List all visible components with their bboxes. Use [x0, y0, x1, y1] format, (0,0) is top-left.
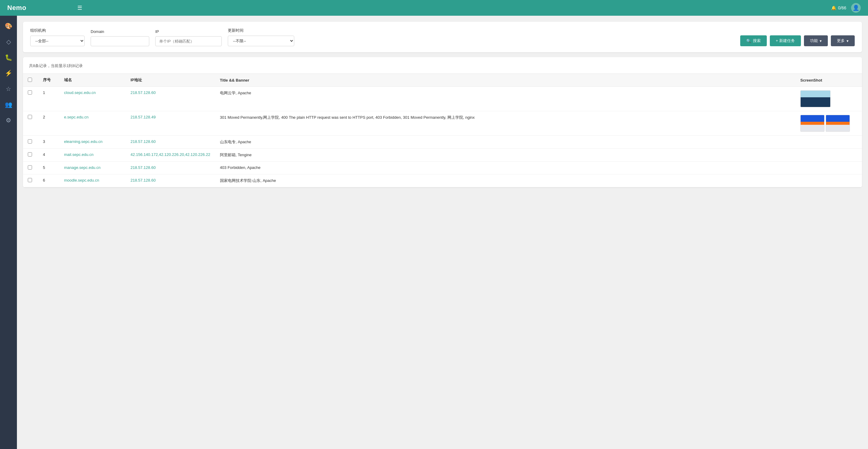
notification-bell[interactable]: 🔔 0/66: [831, 5, 846, 10]
header-ip: IP地址: [126, 74, 215, 87]
domain-link[interactable]: elearning.sepc.edu.cn: [64, 139, 102, 144]
users-icon: 👥: [5, 101, 12, 108]
org-label: 组织机构: [30, 28, 85, 33]
row-num: 4: [38, 149, 59, 162]
new-task-label: + 新建任务: [776, 38, 795, 43]
chevron-down-icon-2: ▾: [846, 39, 849, 43]
bug-icon: 🐛: [5, 54, 12, 61]
sidebar-item-users[interactable]: 👥: [2, 98, 15, 111]
filter-row: 组织机构 --全部-- Domain edu IP 更新时间 --不限: [30, 28, 855, 46]
title-banner: 阿里邮箱, Tengine: [215, 149, 796, 162]
table-row: 5manage.sepc.edu.cn218.57.128.60403 Forb…: [23, 162, 862, 174]
sidebar-item-settings[interactable]: ⚙: [2, 114, 15, 127]
bell-icon: 🔔: [831, 5, 836, 10]
search-icon: 🔍: [746, 39, 751, 43]
title-banner: 电网云学, Apache: [215, 87, 796, 111]
sidebar-item-vulns[interactable]: 🐛: [2, 51, 15, 64]
more-button[interactable]: 更多 ▾: [831, 35, 855, 46]
select-all-checkbox[interactable]: [28, 78, 32, 82]
table-row: 2e.sepc.edu.cn218.57.128.49301 Moved Per…: [23, 111, 862, 136]
row-num: 2: [38, 111, 59, 136]
func-button[interactable]: 功能 ▾: [804, 35, 828, 46]
title-banner: 山东电专, Apache: [215, 136, 796, 149]
row-checkbox[interactable]: [28, 178, 32, 182]
screenshot-cell: [796, 111, 862, 136]
user-avatar[interactable]: 👤: [851, 3, 861, 13]
table-head: 序号 域名 IP地址 Title && Banner ScreenShot: [23, 74, 862, 87]
title-banner: 403 Forbidden, Apache: [215, 162, 796, 174]
sidebar: 🎨 ◇ 🐛 ⚡ ☆ 👥 ⚙: [0, 16, 17, 449]
dashboard-icon: 🎨: [5, 22, 12, 30]
time-label: 更新时间: [228, 28, 294, 33]
table-row: 6moodle.sepc.edu.cn218.57.128.60国家电网技术学院…: [23, 174, 862, 187]
table-header-row: 序号 域名 IP地址 Title && Banner ScreenShot: [23, 74, 862, 87]
filter-actions: 🔍 搜索 + 新建任务 功能 ▾ 更多 ▾: [740, 35, 855, 46]
ip-input[interactable]: [155, 36, 222, 46]
row-checkbox[interactable]: [28, 115, 32, 119]
table-summary: 共8条记录，当前显示1到8记录: [23, 63, 862, 73]
row-checkbox[interactable]: [28, 152, 32, 156]
header: Nemo ☰ 🔔 0/66 👤: [0, 0, 868, 16]
screenshot-cell: [796, 149, 862, 162]
org-field: 组织机构 --全部--: [30, 28, 85, 46]
row-checkbox[interactable]: [28, 139, 32, 144]
domain-link[interactable]: manage.sepc.edu.cn: [64, 165, 101, 170]
domain-link[interactable]: mail.sepc.edu.cn: [64, 152, 94, 157]
sidebar-item-tasks[interactable]: ⚡: [2, 66, 15, 80]
search-label: 搜索: [753, 38, 761, 43]
ip-label: IP: [155, 29, 222, 34]
ip-link[interactable]: 218.57.128.49: [130, 115, 156, 119]
header-title: Title && Banner: [215, 74, 796, 87]
domain-input[interactable]: edu: [91, 36, 149, 46]
ip-link[interactable]: 218.57.128.60: [130, 178, 156, 182]
brand-logo: Nemo: [0, 4, 71, 12]
more-label: 更多: [837, 38, 845, 43]
sidebar-item-assets[interactable]: ◇: [2, 35, 15, 48]
table-row: 3elearning.sepc.edu.cn218.57.128.60山东电专,…: [23, 136, 862, 149]
sidebar-item-dashboard[interactable]: 🎨: [2, 19, 15, 33]
lightning-icon: ⚡: [5, 69, 12, 77]
row-num: 3: [38, 136, 59, 149]
ip-link[interactable]: 42.156.140.172,42.120.226.20,42.120.226.…: [130, 152, 210, 157]
diamond-icon: ◇: [6, 38, 11, 45]
org-select[interactable]: --全部--: [30, 36, 85, 46]
search-button[interactable]: 🔍 搜索: [740, 35, 767, 46]
domain-link[interactable]: e.sepc.edu.cn: [64, 115, 89, 119]
table-body: 1cloud.sepc.edu.cn218.57.128.60电网云学, Apa…: [23, 87, 862, 187]
row-checkbox[interactable]: [28, 90, 32, 95]
screenshot-thumb-2[interactable]: [826, 115, 850, 132]
ip-link[interactable]: 218.57.128.60: [130, 165, 156, 170]
table-row: 4mail.sepc.edu.cn42.156.140.172,42.120.2…: [23, 149, 862, 162]
screenshot-thumb-1[interactable]: [800, 115, 825, 132]
header-screenshot: ScreenShot: [796, 74, 862, 87]
menu-icon[interactable]: ☰: [71, 4, 88, 11]
header-num: 序号: [38, 74, 59, 87]
sidebar-item-favorites[interactable]: ☆: [2, 82, 15, 95]
ip-link[interactable]: 218.57.128.60: [130, 90, 156, 95]
chevron-down-icon: ▾: [820, 39, 822, 43]
ip-field: IP: [155, 29, 222, 46]
new-task-button[interactable]: + 新建任务: [770, 35, 801, 46]
screenshot-cell: [796, 162, 862, 174]
ip-link[interactable]: 218.57.128.60: [130, 139, 156, 144]
bell-count: 0/66: [838, 5, 846, 10]
star-icon: ☆: [6, 85, 11, 92]
domain-link[interactable]: moodle.sepc.edu.cn: [64, 178, 99, 182]
screenshot-cell: [796, 87, 862, 111]
time-select[interactable]: --不限--: [228, 36, 294, 46]
screenshot-thumb[interactable]: [800, 90, 831, 107]
main-layout: 🎨 ◇ 🐛 ⚡ ☆ 👥 ⚙ 组织机构 --全部--: [0, 16, 868, 449]
title-banner: 301 Moved Permanently,网上学院, 400 The plai…: [215, 111, 796, 136]
settings-icon: ⚙: [6, 117, 11, 124]
time-field: 更新时间 --不限--: [228, 28, 294, 46]
screenshot-cell: [796, 174, 862, 187]
domain-link[interactable]: cloud.sepc.edu.cn: [64, 90, 96, 95]
row-num: 5: [38, 162, 59, 174]
table-panel: 共8条记录，当前显示1到8记录 序号 域名 IP地址 Title && Bann…: [23, 57, 862, 187]
title-banner: 国家电网技术学院-山东, Apache: [215, 174, 796, 187]
row-checkbox[interactable]: [28, 165, 32, 170]
func-label: 功能: [810, 38, 818, 43]
header-domain: 域名: [59, 74, 126, 87]
header-right: 🔔 0/66 👤: [831, 3, 868, 13]
filter-panel: 组织机构 --全部-- Domain edu IP 更新时间 --不限: [23, 22, 862, 52]
